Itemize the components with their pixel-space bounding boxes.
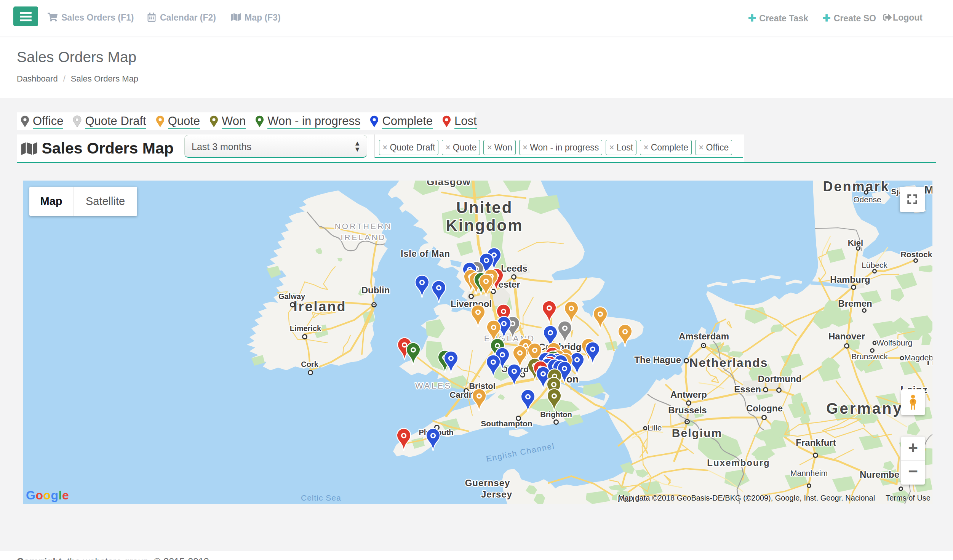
svg-text:Germany: Germany bbox=[826, 400, 903, 417]
svg-text:Wolfsburg: Wolfsburg bbox=[876, 338, 912, 347]
svg-text:Belgium: Belgium bbox=[672, 427, 722, 439]
svg-text:Galway: Galway bbox=[278, 292, 305, 301]
svg-text:Kingdom: Kingdom bbox=[446, 216, 523, 234]
svg-text:Leeds: Leeds bbox=[501, 263, 527, 274]
svg-text:Cologne: Cologne bbox=[746, 403, 783, 413]
svg-text:Limerick: Limerick bbox=[290, 324, 321, 333]
svg-text:NORTHERN: NORTHERN bbox=[335, 222, 392, 230]
svg-text:Jersey: Jersey bbox=[481, 489, 512, 499]
svg-text:Liverpool: Liverpool bbox=[451, 299, 492, 309]
svg-text:Denmark: Denmark bbox=[823, 181, 889, 194]
svg-text:Brussels: Brussels bbox=[668, 405, 707, 415]
svg-text:Hamburg: Hamburg bbox=[830, 274, 870, 285]
svg-text:Isle of Man: Isle of Man bbox=[401, 249, 450, 259]
svg-text:The Hague: The Hague bbox=[634, 355, 681, 365]
svg-text:Hanover: Hanover bbox=[828, 331, 865, 341]
svg-text:IRELAND: IRELAND bbox=[341, 233, 386, 242]
svg-text:Dortmund: Dortmund bbox=[758, 374, 802, 384]
svg-text:Lübeck: Lübeck bbox=[862, 261, 887, 269]
svg-text:Netherlands: Netherlands bbox=[689, 356, 768, 370]
svg-text:Amsterdam: Amsterdam bbox=[679, 331, 729, 341]
svg-text:WALES: WALES bbox=[415, 381, 452, 390]
svg-text:Cork: Cork bbox=[301, 360, 318, 368]
svg-text:Magdeb: Magdeb bbox=[904, 353, 932, 362]
svg-text:Rostock: Rostock bbox=[901, 250, 932, 259]
svg-text:Ireland: Ireland bbox=[293, 299, 346, 314]
svg-text:Dublin: Dublin bbox=[361, 285, 390, 295]
svg-text:Luxembourg: Luxembourg bbox=[707, 458, 770, 468]
svg-text:M: M bbox=[924, 183, 933, 196]
svg-text:Frankfurt: Frankfurt bbox=[796, 437, 836, 448]
svg-text:United: United bbox=[456, 198, 513, 216]
svg-text:Brighton: Brighton bbox=[540, 410, 572, 419]
svg-text:Celtic Sea: Celtic Sea bbox=[301, 493, 341, 502]
svg-text:Kiel: Kiel bbox=[848, 238, 863, 248]
svg-text:Brunswick: Brunswick bbox=[851, 352, 888, 361]
svg-text:Southampton: Southampton bbox=[481, 419, 532, 428]
svg-text:Nurembe: Nurembe bbox=[860, 469, 899, 480]
svg-text:Odense: Odense bbox=[853, 195, 881, 204]
svg-text:Essen: Essen bbox=[734, 384, 761, 394]
svg-text:Guernsey: Guernsey bbox=[465, 478, 510, 488]
svg-text:Lille: Lille bbox=[648, 423, 662, 432]
svg-text:Mannheim: Mannheim bbox=[790, 469, 828, 477]
svg-text:Antwerp: Antwerp bbox=[670, 389, 707, 400]
svg-text:Bremen: Bremen bbox=[838, 298, 872, 309]
svg-text:Glasgow: Glasgow bbox=[427, 181, 470, 187]
